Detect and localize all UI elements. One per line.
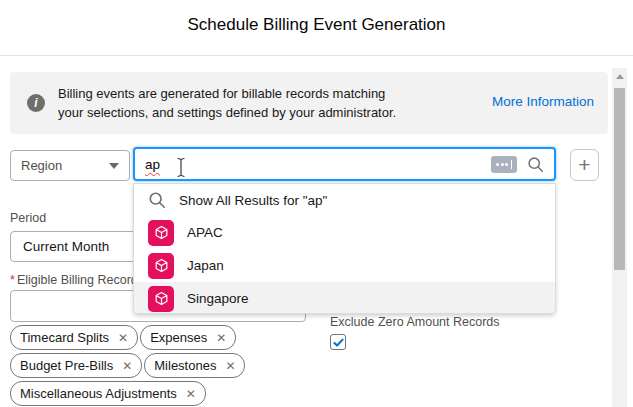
remove-pill-icon[interactable]: ✕	[118, 332, 128, 344]
field-selector-value: Region	[21, 158, 109, 173]
checkmark-icon	[332, 336, 345, 349]
product-cube-icon	[148, 220, 174, 246]
add-filter-button[interactable]: +	[570, 149, 599, 181]
search-icon	[527, 156, 544, 173]
period-value: Current Month	[23, 239, 109, 254]
option-label: APAC	[187, 225, 223, 240]
search-input[interactable]: ap	[133, 147, 556, 181]
pill-miscellaneous-adjustments[interactable]: Miscellaneous Adjustments ✕	[10, 381, 206, 406]
banner-text: Billing events are generated for billabl…	[58, 84, 398, 122]
autocomplete-dropdown: Show All Results for "ap" APAC Japan	[133, 183, 556, 314]
required-asterisk: *	[10, 273, 15, 287]
pill-expenses[interactable]: Expenses ✕	[140, 325, 236, 350]
period-label: Period	[10, 211, 46, 225]
mouse-cursor-ibeam	[176, 157, 186, 178]
pill-milestones[interactable]: Milestones ✕	[144, 353, 245, 378]
scrollbar-thumb[interactable]	[614, 88, 625, 270]
remove-pill-icon[interactable]: ✕	[122, 360, 132, 372]
pill-budget-pre-bills[interactable]: Budget Pre-Bills ✕	[10, 353, 142, 378]
option-apac[interactable]: APAC	[134, 216, 555, 249]
show-all-results-item[interactable]: Show All Results for "ap"	[134, 184, 555, 216]
pill-timecard-splits[interactable]: Timecard Splits ✕	[10, 325, 138, 350]
schedule-billing-modal: Schedule Billing Event Generation i Bill…	[0, 0, 633, 407]
selected-record-type-pills: Timecard Splits ✕ Expenses ✕ Budget Pre-…	[10, 325, 324, 406]
show-all-results-label: Show All Results for "ap"	[179, 193, 327, 208]
search-input-value: ap	[145, 157, 160, 172]
exclude-zero-checkbox[interactable]	[330, 334, 346, 350]
product-cube-icon	[148, 253, 174, 279]
option-japan[interactable]: Japan	[134, 249, 555, 282]
page-title: Schedule Billing Event Generation	[0, 15, 633, 35]
more-information-link[interactable]: More Information	[492, 94, 594, 109]
remove-pill-icon[interactable]: ✕	[225, 360, 235, 372]
info-icon: i	[27, 94, 45, 112]
remove-pill-icon[interactable]: ✕	[186, 388, 196, 400]
field-selector-region[interactable]: Region	[10, 150, 130, 181]
header-divider	[0, 55, 633, 56]
option-label: Singapore	[187, 291, 249, 306]
product-cube-icon	[148, 286, 174, 312]
search-icon	[148, 191, 166, 209]
remove-pill-icon[interactable]: ✕	[216, 332, 226, 344]
shortcut-hint-icon	[491, 156, 517, 173]
option-singapore[interactable]: Singapore	[134, 282, 555, 314]
exclude-zero-label: Exclude Zero Amount Records	[330, 315, 500, 329]
option-label: Japan	[187, 258, 224, 273]
dropdown-arrow-icon	[109, 163, 119, 169]
info-banner: i Billing events are generated for billa…	[10, 72, 608, 134]
scrollbar-up-arrow-icon[interactable]	[616, 74, 624, 79]
